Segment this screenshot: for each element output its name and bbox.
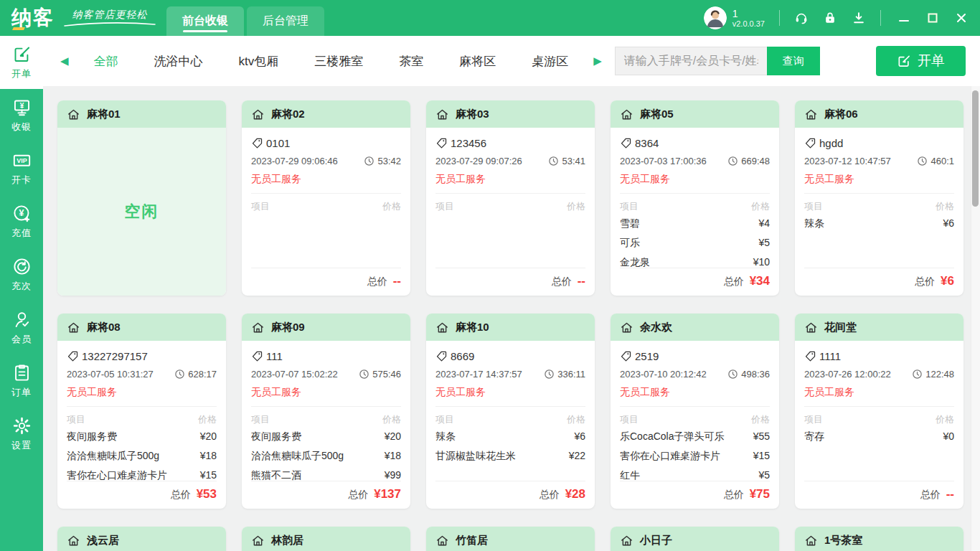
item-col-label: 项目 [620,200,639,213]
sidebar-item-compose[interactable]: 开单 [0,36,43,89]
card-duration: 336:11 [557,369,585,380]
item-price: ¥55 [753,427,770,446]
room-card[interactable]: 麻将10 8669 2023-07-17 14:37:57 336:11 无员工… [426,314,595,509]
sidebar-item-member[interactable]: 会员 [0,301,43,354]
room-card-header: 林韵居 [242,527,410,551]
card-tag-number: 111 [266,350,283,362]
sidebar-item-vip[interactable]: VIP 开卡 [0,142,43,195]
room-card-header: 浅云居 [57,527,226,551]
card-tag-number: hgdd [819,137,843,149]
room-card[interactable]: 小日子 [611,527,779,551]
item-name: 乐CocaCola子弹头可乐 [620,427,724,446]
card-meta-row: 2023-07-10 20:12:42 498:36 [620,369,770,380]
maximize-button[interactable] [927,12,938,24]
room-card[interactable]: 浅云居 [57,527,226,551]
card-service-status: 无员工服务 [251,386,401,399]
compose-icon [12,44,32,64]
minimize-button[interactable] [898,12,910,24]
item-price: ¥22 [569,446,585,466]
card-divider [620,406,770,407]
room-card[interactable]: 花间堂 1111 2023-07-26 12:00:22 122:48 无员工服… [795,314,963,509]
room-card[interactable]: 麻将02 0101 2023-07-29 09:06:46 53:42 无员工服… [242,100,410,296]
top-tab-1[interactable]: 后台管理 [247,6,324,36]
price-col-label: 价格 [751,413,770,426]
sidebar-item-label: 收银 [11,121,32,133]
card-title: 麻将03 [456,108,489,121]
card-columns-header: 项目 价格 [251,200,401,213]
svg-text:VIP: VIP [17,157,27,164]
order-item-row: 乐CocaCola子弹头可乐 ¥55 [620,427,770,446]
sidebar-item-refill-times[interactable]: 充次 [0,248,43,301]
top-tab-label: 前台收银 [182,14,228,29]
room-card[interactable]: 麻将05 8364 2023-07-03 17:00:36 669:48 无员工… [611,100,779,296]
card-start-time: 2023-07-05 10:31:27 [67,369,154,380]
scrollbar-thumb[interactable] [972,90,979,207]
card-columns-header: 项目 价格 [620,413,770,426]
card-status: 空闲 [125,201,159,222]
category-next-icon[interactable]: ▶ [590,55,605,67]
sidebar-item-orders[interactable]: 订单 [0,354,43,408]
category-tab-1[interactable]: 洗浴中心 [136,53,221,70]
tag-icon [804,137,816,149]
card-service-status: 无员工服务 [804,173,954,186]
room-card[interactable]: 麻将03 123456 2023-07-29 09:07:26 53:41 无员… [426,100,595,296]
room-card[interactable]: 麻将09 111 2023-07-07 15:02:22 575:46 无员工服… [242,314,410,509]
category-tab-2[interactable]: ktv包厢 [221,53,297,70]
item-name: 金龙泉 [620,253,650,268]
sidebar-item-recharge[interactable]: ¥ 充值 [0,195,43,248]
top-tab-0[interactable]: 前台收银 [166,6,244,36]
top-tabs: 前台收银 后台管理 [166,0,324,36]
category-tab-4[interactable]: 茶室 [381,53,441,70]
download-icon[interactable] [852,11,866,25]
sidebar-item-label: 充次 [11,280,32,293]
category-tab-3[interactable]: 三楼雅室 [296,53,381,70]
item-col-label: 项目 [251,200,270,213]
room-card-header: 花间堂 [795,314,963,341]
user-account[interactable]: 1 v2.0.0.37 [704,6,765,29]
room-card[interactable]: 1号茶室 [795,527,963,551]
customer-service-icon[interactable] [794,11,809,25]
card-start-time: 2023-07-07 15:02:22 [251,369,338,380]
house-icon [435,321,449,334]
room-card-header: 麻将01 [57,100,226,128]
house-icon [804,534,818,547]
hand-tag-row: 13227297157 [67,347,217,365]
card-tag-number: 123456 [451,137,486,149]
card-title: 麻将06 [824,108,858,121]
room-card[interactable]: 林韵居 [242,527,410,551]
card-items [435,214,585,268]
close-button[interactable] [956,12,967,24]
item-col-label: 项目 [804,200,823,213]
card-service-status: 无员工服务 [620,173,770,186]
titlebar-right: 1 v2.0.0.37 [704,0,980,36]
card-title: 1号茶室 [824,534,862,547]
category-tab-6[interactable]: 桌游区 [514,53,586,70]
logo-text: 纳客 [11,4,55,32]
card-total-value: ¥137 [374,487,401,501]
category-tab-5[interactable]: 麻将区 [441,53,514,70]
sidebar-item-cashier[interactable]: ¥ 收银 [0,89,43,142]
sidebar-item-settings[interactable]: 设置 [0,408,43,461]
category-tab-0[interactable]: 全部 [76,53,136,70]
search-button[interactable]: 查询 [767,47,820,75]
open-order-button[interactable]: 开单 [876,46,966,76]
clock-icon [174,369,185,380]
category-prev-icon[interactable]: ◀ [57,55,72,67]
room-card[interactable]: 麻将01 空闲 [57,100,226,296]
category-list: 全部洗浴中心ktv包厢三楼雅室茶室麻将区桌游区 [76,53,587,70]
card-total-value: ¥75 [750,487,770,501]
room-card-header: 竹笛居 [426,527,595,551]
clock-icon [912,369,923,380]
house-icon [620,108,633,121]
window-controls [898,12,967,24]
card-service-status: 无员工服务 [435,173,585,186]
scrollbar-track[interactable] [971,86,980,551]
user-name: 1 [732,8,765,19]
vip-icon: VIP [12,151,32,170]
search-input[interactable] [615,47,767,75]
room-card[interactable]: 麻将06 hgdd 2023-07-12 10:47:57 460:1 无员工服… [795,100,963,296]
room-card[interactable]: 余水欢 2519 2023-07-10 20:12:42 498:36 无员工服… [611,314,779,509]
room-card[interactable]: 麻将08 13227297157 2023-07-05 10:31:27 628… [57,314,226,509]
room-card[interactable]: 竹笛居 [426,527,595,551]
lock-icon[interactable] [823,11,837,25]
